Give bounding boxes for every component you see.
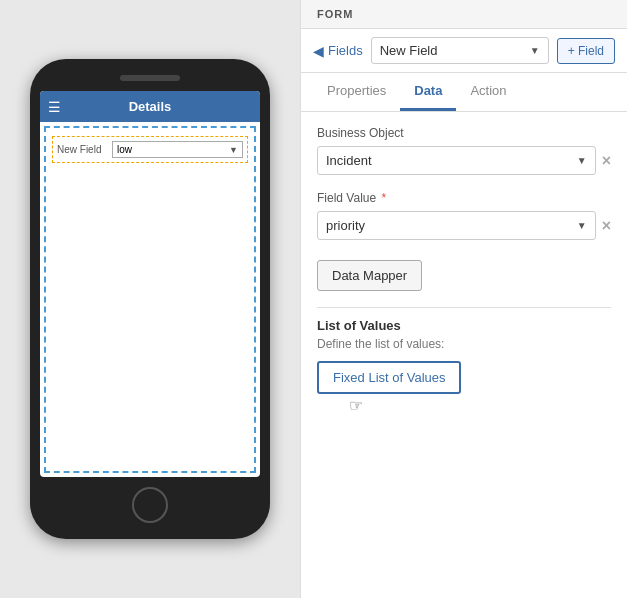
phone-screen: ☰ Details New Field low ▼ [40,91,260,477]
list-of-values-title: List of Values [317,318,611,333]
add-field-button[interactable]: + Field [557,38,615,64]
back-arrow-icon: ◀ [313,43,324,59]
phone-field-value: low ▼ [112,141,243,158]
add-field-label: + Field [568,44,604,58]
business-object-chevron-icon: ▼ [577,155,587,166]
list-of-values-group: List of Values Define the list of values… [317,318,611,415]
business-object-label: Business Object [317,126,611,140]
tab-action[interactable]: Action [456,73,520,111]
business-object-dropdown[interactable]: Incident ▼ [317,146,596,175]
field-value-clear-button[interactable]: × [602,217,611,235]
phone-section: ☰ Details New Field low ▼ [0,0,300,598]
phone-header-title: Details [129,99,172,114]
tab-properties[interactable]: Properties [313,73,400,111]
fixed-list-button[interactable]: Fixed List of Values [317,361,461,394]
phone-header: ☰ Details [40,91,260,122]
divider [317,307,611,308]
phone-field-row: New Field low ▼ [52,136,248,163]
fixed-list-label: Fixed List of Values [333,370,445,385]
cursor-icon: ☞ [349,396,611,415]
business-object-row: Incident ▼ × [317,146,611,175]
form-title: FORM [317,8,353,20]
business-object-value: Incident [326,153,372,168]
back-button[interactable]: ◀ Fields [313,43,363,59]
field-value-dropdown[interactable]: priority ▼ [317,211,596,240]
form-title-bar: FORM [301,0,627,29]
form-toolbar: ◀ Fields New Field ▼ + Field [301,29,627,73]
data-mapper-group: Data Mapper [317,256,611,291]
data-mapper-button[interactable]: Data Mapper [317,260,422,291]
menu-icon: ☰ [48,99,61,115]
phone-field-label: New Field [57,144,112,155]
phone-speaker [120,75,180,81]
phone-home-button [132,487,168,523]
chevron-down-icon: ▼ [530,45,540,56]
form-body: Business Object Incident ▼ × Field Value… [301,112,627,598]
field-name-dropdown[interactable]: New Field ▼ [371,37,549,64]
phone-field-value-text: low [117,144,132,155]
field-value-group: Field Value * priority ▼ × [317,191,611,240]
data-mapper-label: Data Mapper [332,268,407,283]
list-of-values-desc: Define the list of values: [317,337,611,351]
tabs-bar: Properties Data Action [301,73,627,112]
field-value-label: Field Value * [317,191,611,205]
required-star: * [382,191,387,205]
form-section: FORM ◀ Fields New Field ▼ + Field Proper… [300,0,627,598]
business-object-clear-button[interactable]: × [602,152,611,170]
field-value-value: priority [326,218,365,233]
field-value-row: priority ▼ × [317,211,611,240]
phone-content: New Field low ▼ [44,126,256,473]
field-name-value: New Field [380,43,438,58]
phone-device: ☰ Details New Field low ▼ [30,59,270,539]
tab-data[interactable]: Data [400,73,456,111]
back-label: Fields [328,43,363,58]
business-object-group: Business Object Incident ▼ × [317,126,611,175]
field-value-chevron-icon: ▼ [577,220,587,231]
dropdown-arrow-icon: ▼ [229,145,238,155]
